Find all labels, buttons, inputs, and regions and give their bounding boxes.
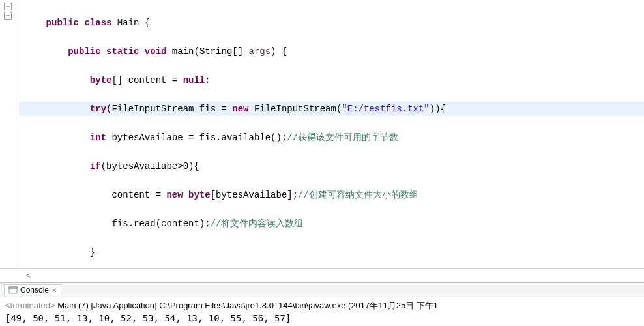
code-line: content = new byte[bytesAvailabe];//创建可容… — [19, 188, 644, 202]
console-output: [49, 50, 51, 13, 10, 52, 53, 54, 13, 10,… — [5, 313, 639, 323]
console-icon — [8, 286, 18, 295]
scroll-left-icon[interactable]: < — [26, 271, 31, 280]
code-line: } — [19, 245, 644, 259]
code-line: public class Main { — [19, 16, 644, 30]
console-tab-label: Console — [20, 286, 49, 295]
code-area[interactable]: public class Main { public static void m… — [16, 0, 644, 268]
console-header: Console ✕ — [0, 282, 644, 297]
code-line: fis.read(content);//将文件内容读入数组 — [19, 216, 644, 231]
console-status: <terminated> Main (7) [Java Application]… — [5, 300, 639, 312]
tab-console[interactable]: Console ✕ — [4, 284, 61, 295]
svg-rect-5 — [9, 287, 17, 289]
gutter — [0, 0, 16, 268]
code-line-highlighted: try(FileInputStream fis = new FileInputS… — [19, 102, 644, 116]
code-line: public static void main(String[] args) { — [19, 44, 644, 59]
fold-minus-icon[interactable] — [4, 12, 12, 20]
close-icon[interactable]: ✕ — [51, 287, 57, 294]
code-line: int bytesAvailabe = fis.available();//获得… — [19, 130, 644, 145]
code-line: byte[] content = null; — [19, 73, 644, 87]
horizontal-scrollbar[interactable]: < — [0, 269, 644, 282]
console-body[interactable]: <terminated> Main (7) [Java Application]… — [0, 297, 644, 326]
code-line: if(bytesAvailabe>0){ — [19, 159, 644, 173]
fold-minus-icon[interactable] — [4, 3, 12, 10]
code-editor[interactable]: public class Main { public static void m… — [0, 0, 644, 269]
